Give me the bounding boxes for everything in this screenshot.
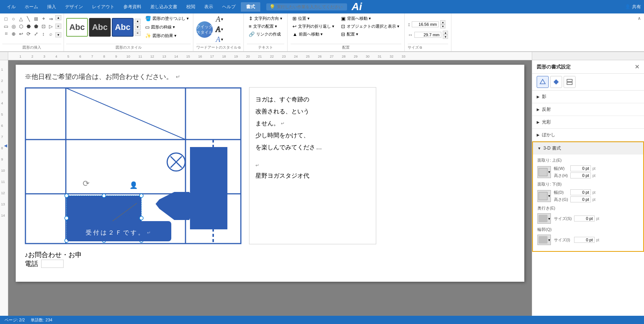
page-info: ページ: 2/2 xyxy=(4,317,25,323)
panel-layout-icon-btn[interactable] xyxy=(564,76,576,88)
shape-item-20[interactable]: ↕ xyxy=(40,30,47,37)
style-button-dark[interactable]: Abc xyxy=(89,18,111,37)
svg-rect-9 xyxy=(190,218,227,229)
panel-close-button[interactable]: ✕ xyxy=(635,63,640,70)
select-show-item[interactable]: ⊡ オブジェクトの選択と表示 ▾ xyxy=(339,23,401,30)
shadow-section-header[interactable]: ▶ 影 xyxy=(532,91,644,103)
view-tab[interactable]: 表示 xyxy=(200,2,217,12)
help-tab[interactable]: ヘルプ xyxy=(218,2,239,12)
bottom-width-input[interactable] xyxy=(570,189,591,195)
shape-item-13[interactable]: ⊡ xyxy=(40,22,47,30)
text-blue-menu[interactable]: ▾ xyxy=(221,37,223,42)
position-item[interactable]: ⊞ 位置 ▾ xyxy=(291,15,336,22)
height-input[interactable] xyxy=(412,21,439,27)
shape-item-10[interactable]: ⬡ xyxy=(17,22,25,30)
panel-scroll-area[interactable]: ▶ 影 ▶ 反射 ▶ 光彩 ▶ xyxy=(532,91,644,320)
send-back-item[interactable]: ▣ 背面へ移動 ▾ xyxy=(339,15,401,22)
height-spin-down[interactable]: ▼ xyxy=(440,24,445,28)
shape-item-15[interactable]: ⌗ xyxy=(2,30,10,37)
depth-size-input[interactable] xyxy=(574,216,595,221)
svg-rect-8 xyxy=(190,147,227,218)
shape-item-12[interactable]: ⬟ xyxy=(32,22,40,30)
contour-swatch[interactable]: ▾ xyxy=(537,235,551,245)
style-button-blue[interactable]: Abc xyxy=(112,18,134,37)
depth-swatch[interactable]: ▾ xyxy=(537,213,551,224)
shape-item-3[interactable]: △ xyxy=(17,15,25,22)
top-height-input[interactable] xyxy=(570,172,591,178)
width-spin-down[interactable]: ▼ xyxy=(443,35,448,39)
blur-section: ▶ ぼかし xyxy=(532,129,644,141)
shape-item-18[interactable]: ⟳ xyxy=(25,30,32,37)
ruler-corner xyxy=(0,52,8,60)
style-button-plain[interactable]: Abc xyxy=(66,18,88,37)
reflection-section: ▶ 反射 xyxy=(532,103,644,116)
top-face-swatch[interactable]: ▾ xyxy=(537,166,551,178)
shape-item-19[interactable]: ⤢ xyxy=(32,30,40,37)
style-scroll-down[interactable]: ▼ xyxy=(135,25,141,30)
text-align-item[interactable]: ≡ 文字の配置 ▾ xyxy=(247,23,284,30)
review-tab[interactable]: 校閲 xyxy=(183,2,199,12)
quick-style-button[interactable]: クイックスタイル xyxy=(196,21,213,38)
home-tab[interactable]: ホーム xyxy=(21,2,42,12)
threed-section-header[interactable]: ▼ 3-D 書式 xyxy=(533,142,643,155)
width-spin-up[interactable]: ▲ xyxy=(443,31,448,35)
shape-item-11[interactable]: ⬣ xyxy=(25,22,32,30)
mailings-tab[interactable]: 差し込み文書 xyxy=(147,2,181,12)
shape-item-4[interactable]: ╲ xyxy=(25,15,32,22)
search-input[interactable] xyxy=(277,4,344,9)
format-tab[interactable]: 書式 xyxy=(241,2,260,12)
layout-tab[interactable]: レイアウト xyxy=(88,2,118,12)
shape-scroll-down[interactable]: ▼ xyxy=(55,32,61,37)
shape-scroll-mid[interactable]: ≡ xyxy=(55,24,61,29)
shape-item-16[interactable]: ⊕ xyxy=(10,30,17,37)
top-width-input[interactable] xyxy=(570,165,591,171)
blur-section-header[interactable]: ▶ ぼかし xyxy=(532,129,644,141)
wordart-expand-icon[interactable]: ⧉ xyxy=(238,46,240,50)
shape-insert-group: □ ○ △ ╲ ⊞ ⌖ ⇒ ▭ ◎ ⬡ ⬣ ⬟ ⊡ ▷ ⌗ ⊕ ↩ ⟳ ⤢ ↕ xyxy=(0,13,64,51)
text-outline-menu[interactable]: ▾ xyxy=(221,27,223,32)
right-text-5: を楽しんでみてくださ … xyxy=(255,141,370,153)
shape-item-1[interactable]: □ xyxy=(2,15,10,22)
ribbon-collapse-button[interactable]: ∧ xyxy=(635,13,644,23)
width-input[interactable] xyxy=(414,32,441,38)
shape-item-7[interactable]: ⇒ xyxy=(47,15,55,22)
ai-label: Ai xyxy=(352,1,362,13)
document-scroll-area[interactable]: ※他日程ご希望の場合は、お問合わせください。 ↵ xyxy=(8,60,532,320)
align-item[interactable]: ⊟ 配置 ▾ xyxy=(339,31,401,38)
text-direction-item[interactable]: ⇕ 文字列の方向 ▾ xyxy=(247,15,284,22)
shape-scroll-up[interactable]: ▲ xyxy=(55,15,61,20)
style-expand[interactable]: ≡ xyxy=(135,31,141,36)
link-create-item[interactable]: 🔗 リンクの作成 xyxy=(247,31,284,38)
bottom-height-input[interactable] xyxy=(570,196,591,202)
insert-tab[interactable]: 挿入 xyxy=(43,2,60,12)
shape-item-5[interactable]: ⊞ xyxy=(32,15,40,22)
shape-item-8[interactable]: ▭ xyxy=(2,22,10,30)
shape-item-21[interactable]: ⌕ xyxy=(47,30,55,37)
shape-item-6[interactable]: ⌖ xyxy=(40,15,47,22)
height-spin-up[interactable]: ▲ xyxy=(440,20,445,24)
shape-outline-item[interactable]: ▭ 図形の枠線 ▾ xyxy=(143,24,191,31)
glow-section-header[interactable]: ▶ 光彩 xyxy=(532,116,644,128)
size-expand-icon[interactable]: ⧉ xyxy=(420,46,422,50)
shape-item-14[interactable]: ▷ xyxy=(47,22,55,30)
text-wrap-item[interactable]: ↩ 文字列の折り返し ▾ xyxy=(291,23,336,30)
reflection-section-header[interactable]: ▶ 反射 xyxy=(532,103,644,116)
height-icon: ↕ xyxy=(408,21,410,27)
contour-size-input[interactable] xyxy=(574,237,595,243)
style-scroll-up[interactable]: ▲ xyxy=(135,19,141,24)
shape-effect-item[interactable]: ✨ 図形の効果 ▾ xyxy=(143,32,191,39)
shape-item-2[interactable]: ○ xyxy=(10,15,17,22)
share-button[interactable]: 共有 xyxy=(632,4,641,10)
file-tab[interactable]: イル xyxy=(3,2,19,12)
panel-fill-icon-btn[interactable] xyxy=(537,76,549,88)
bottom-face-swatch[interactable]: ▾ xyxy=(537,190,551,202)
design-tab[interactable]: デザイン xyxy=(61,2,87,12)
shape-fill-item[interactable]: 🪣 図形の塗りつぶし ▾ xyxy=(143,15,191,22)
panel-shape-icon-btn[interactable] xyxy=(550,76,562,88)
shape-item-17[interactable]: ↩ xyxy=(17,30,25,37)
shape-item-9[interactable]: ◎ xyxy=(10,22,17,30)
text-effects-menu[interactable]: ▾ xyxy=(221,17,223,22)
bring-forward-item[interactable]: ▲ 前面へ移動 ▾ xyxy=(291,31,336,38)
references-tab[interactable]: 参考資料 xyxy=(120,2,145,12)
svg-marker-29 xyxy=(553,79,559,85)
